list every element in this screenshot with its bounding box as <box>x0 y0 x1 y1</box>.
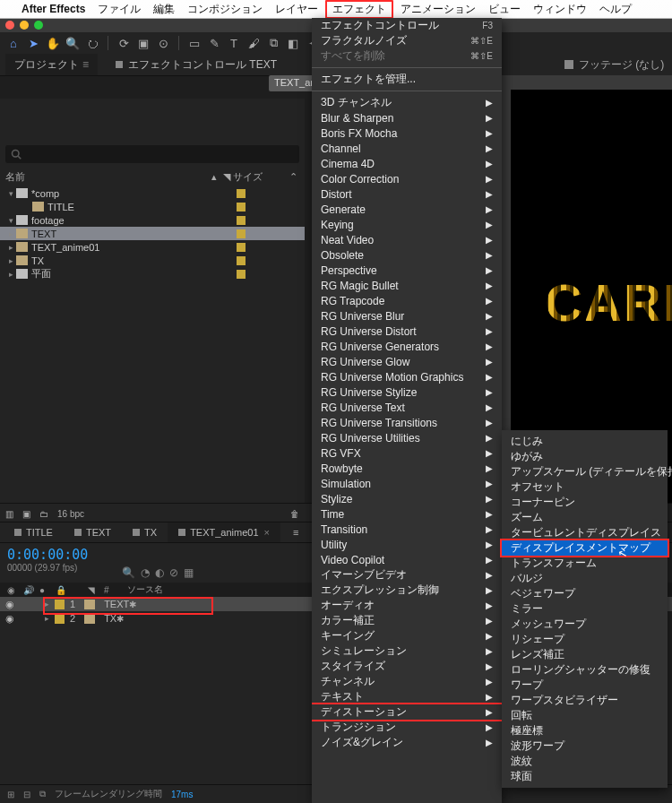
project-item[interactable]: TITLE <box>0 200 305 213</box>
disclosure-arrow-icon[interactable]: ▾ <box>5 216 16 225</box>
menu-item[interactable]: RG Universe Blur▶ <box>312 308 502 324</box>
menu-item[interactable]: キーイング▶ <box>312 628 502 643</box>
close-window-icon[interactable] <box>5 21 14 30</box>
menu-item[interactable]: イマーシブビデオ▶ <box>312 567 502 583</box>
submenu-item[interactable]: 波形ワープ <box>502 738 668 754</box>
submenu-item[interactable]: アップスケール (ディテールを保持) <box>502 464 668 479</box>
submenu-item[interactable]: ベジェワープ <box>502 586 668 601</box>
disclosure-arrow-icon[interactable]: ▸ <box>45 600 49 609</box>
timecode-block[interactable]: 0:00:00:00 00000 (29.97 fps) <box>0 543 122 583</box>
new-bin-icon[interactable]: ▥ <box>5 509 13 519</box>
label-color-icon[interactable] <box>237 270 246 279</box>
menu-item[interactable]: RG Universe Distort▶ <box>312 324 502 339</box>
brush-tool-icon[interactable]: 🖌 <box>246 37 262 50</box>
menu-item[interactable]: RG VFX▶ <box>312 445 502 461</box>
bpc-label[interactable]: 16 bpc <box>57 509 84 519</box>
menu-item[interactable]: Cinema 4D▶ <box>312 156 502 171</box>
graph-icon[interactable]: ▦ <box>184 566 194 579</box>
disclosure-arrow-icon[interactable]: ▸ <box>5 256 16 265</box>
toggle-in-out-icon[interactable]: ⧉ <box>39 789 46 799</box>
menu-item[interactable]: RG Universe Transitions▶ <box>312 415 502 430</box>
submenu-item[interactable]: ワープ <box>502 678 668 693</box>
menu-item[interactable]: Distort▶ <box>312 186 502 202</box>
submenu-item[interactable]: オフセット <box>502 479 668 495</box>
col-size[interactable]: サイズ <box>233 170 287 184</box>
submenu-item[interactable]: ワープスタビライザー <box>502 693 668 708</box>
menu-item[interactable]: RG Universe Utilities▶ <box>312 430 502 445</box>
disclosure-arrow-icon[interactable]: ▸ <box>5 270 16 279</box>
home-icon[interactable]: ⌂ <box>5 37 22 50</box>
anchor-tool-icon[interactable]: ⊙ <box>155 37 171 50</box>
menu-item[interactable]: テキスト▶ <box>312 689 502 704</box>
project-item[interactable]: ▾footage <box>0 213 305 227</box>
submenu-item[interactable]: にじみ <box>502 434 668 449</box>
menu-item[interactable]: Time▶ <box>312 506 502 522</box>
submenu-item[interactable]: ゆがみ <box>502 449 668 464</box>
menu-item[interactable]: Stylize▶ <box>312 491 502 506</box>
submenu-item[interactable]: ミラー <box>502 601 668 617</box>
submenu-item[interactable]: トランスフォーム <box>502 556 668 571</box>
type-tool-icon[interactable]: T <box>226 37 242 50</box>
submenu-item[interactable]: ディスプレイスメントマップ <box>502 540 668 556</box>
visibility-eye-icon[interactable]: ◉ <box>5 613 18 625</box>
label-color-icon[interactable] <box>237 243 246 252</box>
menu-item[interactable]: Generate▶ <box>312 202 502 217</box>
trash-icon[interactable]: 🗑 <box>290 509 299 519</box>
menu-item[interactable]: トランジション▶ <box>312 720 502 735</box>
label-color-icon[interactable] <box>55 600 65 609</box>
search-icon[interactable]: 🔍 <box>122 566 135 579</box>
timeline-tab[interactable]: TEXT <box>64 522 122 542</box>
col-tag-icon[interactable]: ◥ <box>220 171 233 183</box>
toggle-switches-icon[interactable]: ⊞ <box>7 790 14 799</box>
motion-blur-icon[interactable]: ⊘ <box>169 566 178 579</box>
submenu-item[interactable]: 極座標 <box>502 723 668 738</box>
menu-item[interactable]: オーディオ▶ <box>312 598 502 613</box>
rotate-tool-icon[interactable]: ⟳ <box>116 37 132 50</box>
viewer-tab-label[interactable]: フッテージ (なし) <box>579 57 664 73</box>
disclosure-arrow-icon[interactable]: ▸ <box>5 243 16 252</box>
disclosure-arrow-icon[interactable]: ▸ <box>5 229 16 238</box>
menu-item[interactable]: RG Trapcode▶ <box>312 293 502 308</box>
submenu-item[interactable]: 球面 <box>502 769 668 784</box>
menu-item[interactable]: すべてを削除⌘⇧E <box>312 48 502 64</box>
shy-icon[interactable]: ◔ <box>141 566 150 579</box>
camera-tool-icon[interactable]: ▣ <box>135 37 151 50</box>
menubar-item[interactable]: エフェクト <box>325 0 393 19</box>
menu-item[interactable]: ノイズ&グレイン▶ <box>312 735 502 750</box>
new-folder-icon[interactable]: 🗀 <box>39 509 48 519</box>
menubar-item[interactable]: ウィンドウ <box>533 2 587 17</box>
pen-tool-icon[interactable]: ✎ <box>206 37 222 50</box>
timeline-tab[interactable]: TX <box>122 522 168 542</box>
submenu-item[interactable]: ローリングシャッターの修復 <box>502 662 668 678</box>
clone-tool-icon[interactable]: ⧉ <box>265 36 281 50</box>
menu-item[interactable]: 3D チャンネル▶ <box>312 95 502 110</box>
toggle-modes-icon[interactable]: ⊟ <box>23 790 30 799</box>
visibility-eye-icon[interactable]: ◉ <box>5 599 18 610</box>
menu-item[interactable]: Obsolete▶ <box>312 247 502 263</box>
timeline-tab[interactable]: TITLE <box>4 522 64 542</box>
current-timecode[interactable]: 0:00:00:00 <box>7 547 115 563</box>
menubar-item[interactable]: ファイル <box>98 2 141 17</box>
submenu-item[interactable]: ズーム <box>502 510 668 525</box>
layer-switch-icon[interactable]: ✱ <box>116 614 161 624</box>
eraser-tool-icon[interactable]: ◧ <box>285 37 301 50</box>
menubar-item[interactable]: レイヤー <box>275 2 318 17</box>
label-color-icon[interactable] <box>237 216 246 225</box>
layer-switch-icon[interactable]: ✱ <box>129 600 174 609</box>
menu-item[interactable]: Neat Video▶ <box>312 232 502 247</box>
zoom-tool-icon[interactable]: 🔍 <box>65 37 81 50</box>
menu-item[interactable]: Utility▶ <box>312 537 502 552</box>
menu-item[interactable]: Transition▶ <box>312 522 502 537</box>
label-color-icon[interactable] <box>237 229 246 238</box>
disclosure-arrow-icon[interactable]: ▾ <box>5 189 16 198</box>
menu-item[interactable]: Simulation▶ <box>312 476 502 491</box>
orbit-tool-icon[interactable]: ⭮ <box>84 37 100 50</box>
submenu-item[interactable]: コーナーピン <box>502 495 668 510</box>
label-color-icon[interactable] <box>237 189 246 198</box>
menu-item[interactable]: Blur & Sharpen▶ <box>312 110 502 125</box>
menu-item[interactable]: シミュレーション▶ <box>312 643 502 659</box>
menu-item[interactable]: RG Universe Stylize▶ <box>312 384 502 400</box>
menubar-item[interactable]: 編集 <box>153 2 175 17</box>
menu-item[interactable]: Keying▶ <box>312 217 502 232</box>
project-item[interactable]: ▾*comp <box>0 186 305 200</box>
